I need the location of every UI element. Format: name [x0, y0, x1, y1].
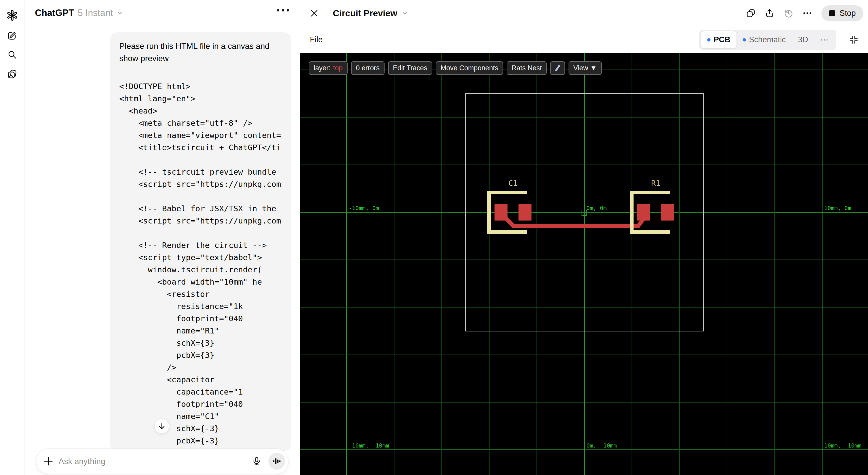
- chat-input[interactable]: [59, 457, 251, 466]
- user-message-code: <!DOCTYPE html> <html lang="en"> <head> …: [119, 80, 291, 451]
- grid-coordinate-label: 0m, 0m: [586, 205, 607, 211]
- history-icon[interactable]: [784, 8, 793, 18]
- pcb-status-dot: [707, 38, 711, 41]
- canvas-panel: Circuit Preview: [300, 0, 868, 475]
- layer-button[interactable]: layer: top: [309, 61, 348, 75]
- grid-coordinate-label: 10mm, -10mm: [824, 442, 861, 449]
- microphone-icon[interactable]: [251, 456, 262, 466]
- share-icon[interactable]: [765, 8, 774, 18]
- view-tabs: PCB Schematic 3D ⋯: [699, 30, 836, 49]
- grid-coordinate-label: 0m, -10mm: [586, 442, 617, 449]
- user-message-bubble: Please run this HTML file in a canvas an…: [110, 32, 291, 451]
- model-selector[interactable]: ChatGPT 5 Instant: [35, 8, 123, 18]
- schematic-status-dot: [743, 38, 746, 41]
- app-title: ChatGPT: [35, 8, 74, 18]
- left-rail: [0, 0, 25, 475]
- tab-more[interactable]: ⋯: [814, 31, 834, 48]
- plus-icon[interactable]: [44, 457, 53, 466]
- pcb-viewport[interactable]: C1R1-10mm, 0m0m, 0m10mm, 0m-10mm, -10mm0…: [300, 53, 868, 475]
- tab-pcb-label: PCB: [714, 35, 730, 44]
- chat-options-icon[interactable]: [277, 9, 289, 11]
- canvas-title: Circuit Preview: [333, 8, 397, 18]
- tab-schematic[interactable]: Schematic: [737, 31, 792, 48]
- layer-label: layer:: [314, 64, 331, 72]
- collapse-icon[interactable]: [849, 35, 859, 45]
- errors-button[interactable]: 0 errors: [351, 61, 384, 75]
- composer: [36, 448, 288, 474]
- tab-schematic-label: Schematic: [749, 35, 786, 44]
- chat-panel: ChatGPT 5 Instant Please run this HTML f…: [25, 0, 300, 475]
- edit-traces-button[interactable]: Edit Traces: [388, 61, 432, 75]
- chat-header: ChatGPT 5 Instant: [25, 0, 300, 27]
- chevron-down-icon: [117, 10, 123, 16]
- canvas-header: Circuit Preview: [300, 0, 868, 27]
- pencil-tool-button[interactable]: [550, 61, 565, 75]
- file-menu[interactable]: File: [310, 35, 322, 44]
- scroll-to-bottom-button[interactable]: [154, 419, 169, 434]
- app-window: ChatGPT 5 Instant Please run this HTML f…: [0, 0, 868, 475]
- openai-logo-icon[interactable]: [7, 10, 18, 22]
- errors-label: 0 errors: [356, 64, 380, 72]
- new-chat-icon[interactable]: [7, 31, 17, 41]
- ref-label-C1: C1: [508, 179, 518, 188]
- rats-nest-button[interactable]: Rats Nest: [507, 61, 547, 75]
- grid-coordinate-label: -10mm, -10mm: [349, 442, 389, 449]
- canvas-toolbar-row: File PCB Schematic 3D ⋯: [300, 27, 868, 53]
- chevron-down-icon: [401, 10, 408, 16]
- grid-coordinate-label: 10mm, 0m: [824, 205, 851, 211]
- pad-C1: [519, 204, 532, 221]
- pad-C1: [495, 204, 508, 221]
- pad-R1: [661, 204, 674, 221]
- pencil-icon: [554, 64, 561, 72]
- tab-3d-label: 3D: [798, 35, 808, 44]
- view-dropdown-button[interactable]: View ▼: [568, 61, 602, 75]
- edit-traces-label: Edit Traces: [393, 64, 427, 72]
- voice-mode-button[interactable]: [268, 453, 285, 470]
- stop-label: Stop: [839, 9, 856, 18]
- tab-3d[interactable]: 3D: [792, 31, 814, 48]
- ref-label-R1: R1: [651, 179, 660, 188]
- stop-button[interactable]: Stop: [822, 5, 863, 22]
- grid-coordinate-label: -10mm, 0m: [349, 205, 379, 211]
- search-icon[interactable]: [7, 50, 17, 61]
- more-options-icon[interactable]: [803, 8, 812, 18]
- move-components-button[interactable]: Move Components: [436, 61, 503, 75]
- layer-value: top: [333, 64, 343, 72]
- stop-square-icon: [829, 10, 835, 16]
- pad-R1: [638, 204, 650, 221]
- tab-more-label: ⋯: [820, 35, 828, 44]
- canvas-actions: Stop: [746, 5, 868, 22]
- pcb-toolbar: layer: top 0 errors Edit Traces Move Com…: [309, 61, 602, 75]
- user-message-text: Please run this HTML file in a canvas an…: [119, 40, 287, 64]
- copy-icon[interactable]: [746, 8, 755, 18]
- waveform-icon: [272, 456, 282, 466]
- view-label: View ▼: [574, 64, 597, 72]
- arrow-down-icon: [158, 422, 166, 430]
- canvas-title-dropdown[interactable]: Circuit Preview: [333, 8, 408, 18]
- close-canvas-icon[interactable]: [310, 9, 319, 18]
- pcb-board-canvas: C1R1-10mm, 0m0m, 0m10mm, 0m-10mm, -10mm0…: [300, 53, 868, 475]
- rats-nest-label: Rats Nest: [512, 64, 542, 72]
- tab-pcb[interactable]: PCB: [701, 31, 736, 48]
- library-icon[interactable]: [7, 69, 17, 80]
- move-components-label: Move Components: [441, 64, 498, 72]
- model-name: 5 Instant: [78, 8, 113, 18]
